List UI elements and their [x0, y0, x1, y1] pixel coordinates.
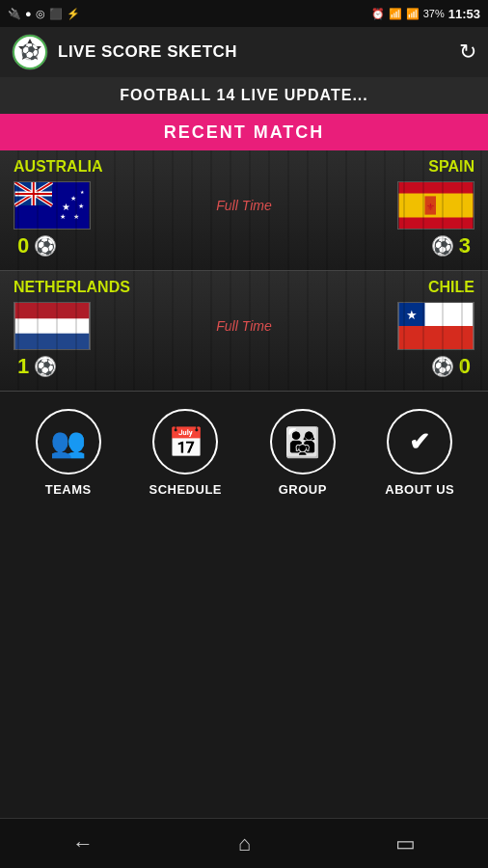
flag-netherlands: [14, 302, 91, 350]
recent-apps-button[interactable]: ▭: [395, 831, 416, 856]
nav-item-schedule[interactable]: 📅 SCHEDULE: [142, 409, 229, 497]
score-right-1: ⚽ 3: [432, 233, 471, 258]
ball-right-1: ⚽: [432, 235, 453, 257]
schedule-label: SCHEDULE: [149, 482, 222, 497]
status-left-icons: 🔌 ● ◎ ⬛ ⚡: [8, 8, 80, 20]
ball-left-1: ⚽: [35, 235, 56, 257]
nav-item-teams[interactable]: 👥 TEAMS: [25, 409, 112, 497]
match-status-2: Full Time: [216, 318, 271, 334]
app-title: LIVE SCORE SKETCH: [58, 42, 237, 62]
ball-left-2: ⚽: [35, 356, 56, 377]
back-button[interactable]: ←: [72, 831, 94, 856]
nav-item-about[interactable]: ✔ ABOUT US: [376, 409, 463, 497]
subtitle-text: FOOTBALL 14 LIVE UPDATE...: [120, 87, 367, 104]
teams-icon-circle[interactable]: 👥: [36, 409, 101, 475]
header-left: ⚽ LIVE SCORE SKETCH: [12, 34, 237, 70]
rec-icon: ◎: [36, 8, 45, 20]
svg-text:★: ★: [406, 308, 418, 322]
score-row-2: 1 ⚽ ⚽ 0: [14, 354, 474, 379]
svg-text:★: ★: [78, 203, 84, 209]
svg-text:★: ★: [60, 213, 66, 220]
team-right-1: SPAIN: [428, 158, 474, 176]
phone-bottom-bar: ← ⌂ ▭: [0, 818, 488, 868]
svg-text:★: ★: [62, 202, 70, 212]
ball-right-2: ⚽: [432, 356, 453, 377]
teams-row-1: AUSTRALIA SPAIN: [14, 158, 474, 176]
teams-row-2: NETHERLANDS CHILE: [14, 279, 474, 296]
score-left-1: 0 ⚽: [17, 233, 56, 258]
nav-item-group[interactable]: 👨‍👩‍👧 GROUP: [259, 409, 346, 497]
flag-spain: ⚜: [397, 181, 474, 230]
about-label: ABOUT US: [385, 482, 454, 497]
app-logo: ⚽: [12, 34, 48, 70]
match-middle-2: Full Time ★: [14, 302, 474, 350]
group-icon-circle[interactable]: 👨‍👩‍👧: [270, 409, 336, 475]
team-right-2: CHILE: [428, 279, 474, 296]
bottom-nav: 👥 TEAMS 📅 SCHEDULE 👨‍👩‍👧 GROUP ✔ ABOUT U…: [0, 392, 488, 510]
wifi-icon: 📶: [389, 8, 402, 20]
match-center-2: Full Time: [91, 318, 397, 334]
flag-australia: ★ ★ ★ ★ ★ ★: [14, 181, 91, 230]
alarm-icon: ⏰: [371, 8, 385, 20]
status-time: 11:53: [448, 7, 480, 21]
checkmark-icon: ✔: [409, 427, 430, 457]
match-card-1: AUSTRALIA SPAIN ★ ★ ★ ★: [0, 150, 488, 271]
team-left-1: AUSTRALIA: [14, 158, 102, 176]
schedule-icon: 📅: [168, 425, 203, 459]
signal-icon: 📶: [406, 8, 420, 20]
match-center-1: Full Time: [91, 198, 397, 213]
score-left-2: 1 ⚽: [17, 354, 56, 379]
refresh-icon[interactable]: ↻: [459, 40, 476, 65]
teams-label: TEAMS: [45, 482, 92, 497]
home-button[interactable]: ⌂: [238, 831, 251, 856]
svg-text:⚜: ⚜: [426, 202, 435, 212]
main-content: FOOTBALL 14 LIVE UPDATE... RECENT MATCH …: [0, 77, 488, 818]
flag-chile: ★: [397, 302, 474, 350]
app-header: ⚽ LIVE SCORE SKETCH ↻: [0, 27, 488, 77]
svg-rect-29: [399, 326, 474, 349]
score-num-right-1: 3: [459, 233, 471, 258]
match-middle-1: ★ ★ ★ ★ ★ ★ Full Time ⚜: [14, 181, 474, 230]
svg-text:⚽: ⚽: [20, 42, 40, 61]
match-card-2: NETHERLANDS CHILE Full Time ★ 1: [0, 271, 488, 392]
svg-rect-26: [15, 303, 90, 318]
svg-rect-27: [15, 334, 90, 349]
about-icon-circle[interactable]: ✔: [387, 409, 452, 475]
score-num-right-2: 0: [459, 354, 471, 379]
score-right-2: ⚽ 0: [432, 354, 471, 379]
circle-icon: ●: [25, 8, 32, 19]
match-status-1: Full Time: [216, 198, 271, 213]
usb-icon: 🔌: [8, 8, 21, 20]
group-label: GROUP: [279, 482, 327, 497]
schedule-icon-circle[interactable]: 📅: [152, 409, 218, 475]
battery-text: 37%: [423, 8, 445, 19]
svg-text:★: ★: [70, 195, 76, 202]
svg-text:★: ★: [73, 213, 79, 220]
score-row-1: 0 ⚽ ⚽ 3: [14, 233, 474, 258]
bolt-icon: ⚡: [67, 8, 80, 20]
status-right-icons: ⏰ 📶 📶 37% 11:53: [371, 7, 480, 21]
recent-match-label: RECENT MATCH: [164, 122, 325, 143]
team-left-2: NETHERLANDS: [14, 279, 130, 296]
recent-match-banner: RECENT MATCH: [0, 114, 488, 150]
subtitle-banner: FOOTBALL 14 LIVE UPDATE...: [0, 77, 488, 114]
score-num-left-1: 0: [17, 233, 29, 258]
group-icon: 👨‍👩‍👧: [285, 425, 320, 459]
content-spacer: [0, 510, 488, 818]
teams-icon: 👥: [50, 425, 86, 459]
android-icon: ⬛: [49, 8, 63, 20]
status-bar: 🔌 ● ◎ ⬛ ⚡ ⏰ 📶 📶 37% 11:53: [0, 0, 488, 27]
score-num-left-2: 1: [17, 354, 29, 379]
